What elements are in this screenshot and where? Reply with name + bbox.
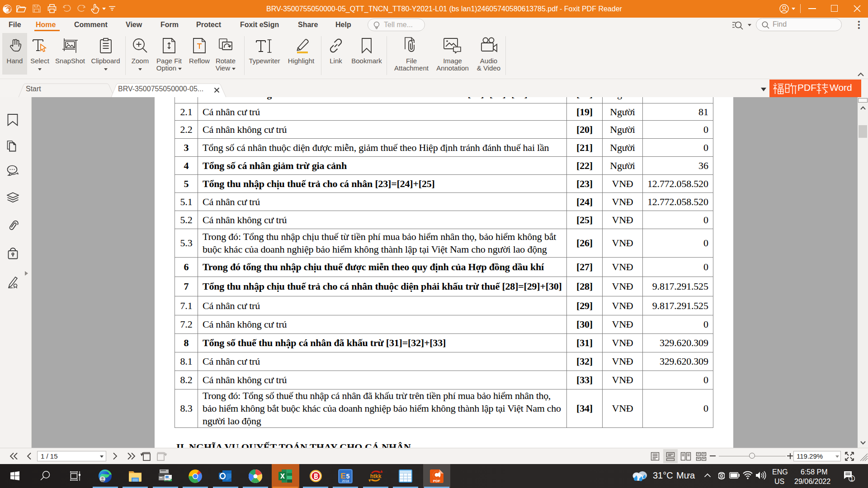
svg-text:htkk: htkk: [370, 473, 382, 479]
svg-text:PDF: PDF: [433, 479, 440, 483]
svg-text:1: 1: [850, 476, 854, 482]
svg-text:2018: 2018: [342, 479, 349, 483]
svg-text:5: 5: [346, 473, 350, 480]
